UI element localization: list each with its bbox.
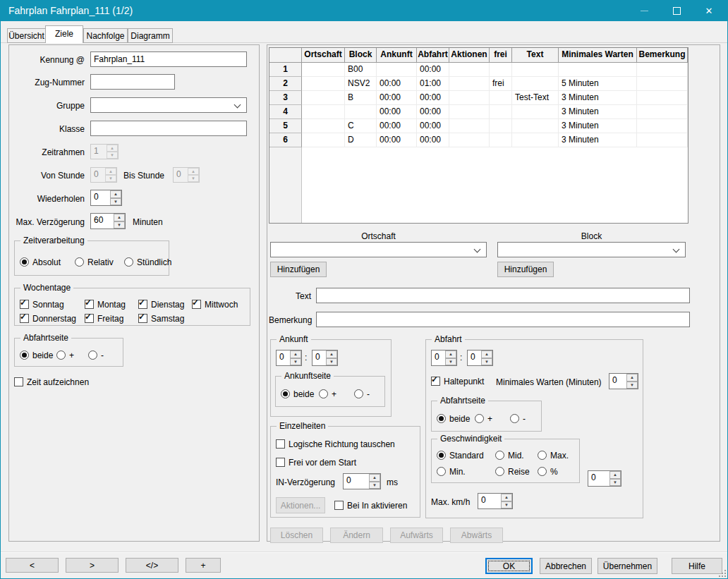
nav-next-button[interactable]: > [66, 558, 119, 573]
grid-cell[interactable]: NSV2 [345, 77, 377, 91]
hinzufuegen-block-button[interactable]: Hinzufügen [497, 262, 554, 277]
radio-stuendlich[interactable]: Stündlich [124, 257, 171, 267]
checkbox-dienstag[interactable]: ✓Dienstag [138, 299, 184, 310]
spin-up-icon[interactable]: ▲ [501, 494, 512, 501]
grid-rownum[interactable]: 5 [269, 119, 302, 133]
grid-cell[interactable]: 00:00 [417, 133, 449, 147]
table-header[interactable]: Ortschaft [302, 48, 345, 63]
table-header[interactable]: Bemerkung [637, 48, 688, 63]
tab-ziele[interactable]: Ziele [45, 25, 83, 43]
radio-geschwindigkeit-prozent[interactable]: % [538, 466, 558, 477]
grid-cell[interactable]: B00 [345, 63, 377, 77]
hinzufuegen-ortschaft-button[interactable]: Hinzufügen [270, 262, 327, 277]
radio-geschwindigkeit-standard[interactable]: Standard [437, 450, 484, 461]
grid-cell[interactable]: C [345, 119, 377, 133]
text-input[interactable] [316, 288, 690, 303]
grid-cell[interactable] [490, 133, 512, 147]
grid-cell[interactable]: 3 Minuten [559, 119, 637, 133]
maximize-button[interactable] [660, 0, 693, 21]
spin-up-icon[interactable]: ▲ [369, 474, 380, 482]
checkbox-montag[interactable]: ✓Montag [85, 299, 126, 310]
grid-cell[interactable] [449, 77, 490, 91]
spin-up-icon[interactable]: ▲ [626, 374, 638, 382]
grid-cell[interactable] [345, 105, 377, 119]
checkbox-bei-in-aktivieren[interactable]: Bei In aktivieren [334, 500, 407, 511]
table-row[interactable]: 2 NSV2 00:00 01:00 frei 5 Minuten [269, 77, 688, 91]
close-button[interactable]: ✕ [693, 0, 725, 21]
grid-cell[interactable]: 00:00 [377, 119, 417, 133]
tab-diagramm[interactable]: Diagramm [128, 28, 173, 43]
radio-geschwindigkeit-max[interactable]: Max. [538, 450, 569, 461]
bemerkung-input[interactable] [316, 312, 690, 327]
radio-abfahrtseite2-plus[interactable]: + [475, 413, 492, 424]
radio-abfahrtseite2-beide[interactable]: beide [437, 413, 470, 424]
table-row[interactable]: 3 B 00:00 00:00 Test-Text 3 Minuten [269, 91, 688, 105]
radio-abfahrtseite-minus[interactable]: - [88, 350, 104, 360]
grid-cell[interactable] [449, 63, 490, 77]
grid-cell[interactable] [302, 119, 345, 133]
grid-cell[interactable] [449, 105, 490, 119]
minimize-button[interactable] [628, 0, 660, 21]
grid-cell[interactable] [449, 91, 490, 105]
grid-cell[interactable]: D [345, 133, 377, 147]
grid-rownum[interactable]: 4 [269, 105, 302, 119]
table-header[interactable]: Abfahrt [417, 48, 449, 63]
checkbox-sonntag[interactable]: ✓Sonntag [20, 299, 64, 310]
maxverz-spinner[interactable]: 60 ▲▼ [90, 213, 126, 229]
table-header[interactable]: Text [512, 48, 559, 63]
abfahrt-stunde-spinner[interactable]: 0 ▲▼ [431, 350, 457, 366]
spin-down-icon[interactable]: ▼ [110, 198, 121, 206]
checkbox-freitag[interactable]: ✓Freitag [85, 313, 123, 324]
spin-up-icon[interactable]: ▲ [609, 471, 621, 479]
table-header[interactable]: frei [490, 48, 512, 63]
grid-cell[interactable]: 00:00 [377, 105, 417, 119]
grid-cell[interactable] [512, 105, 559, 119]
grid-cell[interactable] [377, 63, 417, 77]
grid-cell[interactable]: 00:00 [417, 63, 449, 77]
spin-down-icon[interactable]: ▼ [481, 358, 492, 366]
checkbox-samstag[interactable]: ✓Samstag [138, 313, 184, 324]
spin-down-icon[interactable]: ▼ [501, 501, 512, 509]
grid-cell[interactable] [637, 105, 688, 119]
grid-cell[interactable]: 00:00 [417, 91, 449, 105]
grid-cell[interactable] [559, 63, 637, 77]
spin-up-icon[interactable]: ▲ [290, 351, 301, 358]
grid-cell[interactable] [637, 133, 688, 147]
grid-cell[interactable] [512, 119, 559, 133]
grid-cell[interactable] [302, 105, 345, 119]
ortschaft-combobox[interactable] [270, 242, 487, 257]
grid-cell[interactable] [637, 119, 688, 133]
in-verzoegerung-spinner[interactable]: 0 ▲▼ [343, 473, 381, 489]
spin-down-icon[interactable]: ▼ [609, 479, 621, 487]
kennung-input[interactable]: Fahrplan_111 [90, 51, 247, 67]
nav-prev-button[interactable]: < [6, 558, 59, 573]
zugnummer-input[interactable] [90, 74, 175, 90]
grid-cell[interactable] [490, 91, 512, 105]
ankunft-stunde-spinner[interactable]: 0 ▲▼ [276, 350, 302, 366]
grid-cell[interactable]: 00:00 [377, 91, 417, 105]
spin-up-icon[interactable]: ▲ [114, 214, 125, 221]
table-row[interactable]: 6 D 00:00 00:00 3 Minuten [269, 133, 688, 147]
grid-cell[interactable]: 3 Minuten [559, 91, 637, 105]
nav-add-button[interactable]: + [186, 558, 221, 573]
grid-cell[interactable] [302, 133, 345, 147]
grid-cell[interactable] [449, 119, 490, 133]
spin-up-icon[interactable]: ▲ [110, 190, 121, 198]
grid-cell[interactable] [490, 63, 512, 77]
spin-up-icon[interactable]: ▲ [445, 351, 456, 358]
checkbox-haltepunkt[interactable]: ✓Haltepunkt [431, 376, 484, 386]
radio-abfahrtseite2-minus[interactable]: - [510, 413, 526, 424]
grid-cell[interactable] [512, 77, 559, 91]
grid-cell[interactable]: 3 Minuten [559, 105, 637, 119]
grid-cell[interactable] [490, 119, 512, 133]
grid-cell[interactable]: 01:00 [417, 77, 449, 91]
radio-abfahrtseite-beide[interactable]: beide [20, 350, 53, 360]
checkbox-mittwoch[interactable]: ✓Mittwoch [192, 299, 238, 310]
table-header[interactable]: Aktionen [449, 48, 490, 63]
max-kmh-spinner[interactable]: 0 ▲▼ [478, 493, 513, 509]
grid-cell[interactable] [512, 133, 559, 147]
spin-down-icon[interactable]: ▼ [290, 358, 301, 366]
grid-cell[interactable] [302, 77, 345, 91]
table-header[interactable]: Ankunft [377, 48, 417, 63]
uebernehmen-button[interactable]: Übernehmen [597, 558, 657, 574]
